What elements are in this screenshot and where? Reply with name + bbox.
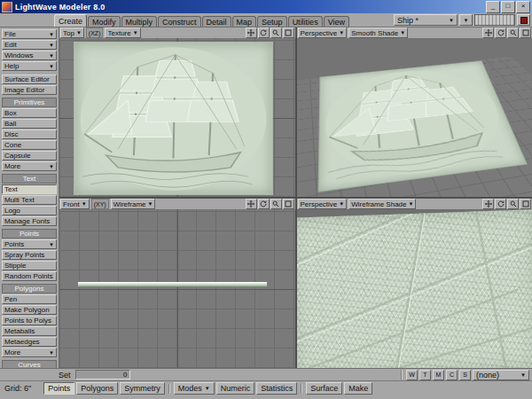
minimize-button[interactable]: _ bbox=[486, 1, 500, 13]
vmap-texture-button[interactable]: T bbox=[419, 370, 431, 380]
tool-text[interactable]: Text bbox=[2, 184, 57, 194]
tab-construct[interactable]: Construct bbox=[158, 16, 201, 27]
render-mode-dropdown[interactable]: Wireframe▼ bbox=[111, 199, 156, 209]
tool-disc[interactable]: Disc bbox=[2, 129, 57, 139]
maximize-viewport-button[interactable] bbox=[520, 199, 531, 209]
render-mode-dropdown[interactable]: Texture▼ bbox=[105, 27, 140, 38]
viewport-front-canvas[interactable] bbox=[59, 209, 295, 368]
tool-metaedges[interactable]: Metaedges bbox=[2, 337, 57, 347]
vmap-selector-dropdown[interactable]: (none) ▼ bbox=[473, 370, 529, 380]
chevron-down-icon: ▼ bbox=[205, 386, 210, 391]
zoom-button[interactable] bbox=[270, 199, 282, 209]
maximize-viewport-button[interactable] bbox=[283, 199, 294, 209]
make-button[interactable]: Make bbox=[344, 382, 372, 395]
maximize-icon bbox=[285, 29, 292, 36]
view-type-dropdown[interactable]: Perspective▼ bbox=[298, 27, 348, 38]
sidebar-menu-windows[interactable]: Windows▼ bbox=[2, 51, 57, 60]
primitives-more-button[interactable]: More▼ bbox=[2, 161, 57, 171]
modes-dropdown[interactable]: Modes▼ bbox=[174, 382, 215, 395]
vmap-selection-button[interactable]: S bbox=[459, 370, 471, 380]
viewport-tools bbox=[482, 27, 531, 38]
chevron-down-icon: ▼ bbox=[49, 53, 54, 59]
object-selector[interactable]: Ship * ▼ bbox=[394, 14, 458, 26]
viewport-tools bbox=[482, 199, 531, 209]
tool-points-to-polys[interactable]: Points to Polys bbox=[2, 316, 57, 325]
view-type-dropdown[interactable]: Top▼ bbox=[60, 27, 84, 38]
pan-button[interactable] bbox=[482, 199, 494, 209]
tool-label: Manage Fonts bbox=[4, 217, 50, 225]
maximize-button[interactable]: □ bbox=[501, 1, 515, 13]
sidebar-menu-help[interactable]: Help▼ bbox=[2, 61, 57, 71]
zoom-button[interactable] bbox=[507, 27, 519, 38]
layer-flag-button[interactable] bbox=[517, 14, 530, 26]
rotate-button[interactable] bbox=[495, 199, 506, 209]
symmetry-toggle-button[interactable]: Symmetry bbox=[120, 382, 165, 395]
viewport-perspective-header: Perspective▼ Smooth Shade▼ bbox=[297, 27, 532, 38]
points-mode-button[interactable]: Points bbox=[43, 382, 74, 395]
layer-menu-button[interactable]: ▼ bbox=[459, 14, 473, 26]
render-mode-label: Wireframe Shade bbox=[351, 200, 406, 208]
rotate-button[interactable] bbox=[258, 199, 270, 209]
pan-button[interactable] bbox=[246, 27, 257, 38]
tab-setup[interactable]: Setup bbox=[257, 16, 287, 27]
polygons-more-button[interactable]: More▼ bbox=[2, 348, 57, 357]
vmap-morph-button[interactable]: M bbox=[433, 370, 444, 380]
tool-random-points[interactable]: Random Points bbox=[2, 271, 57, 281]
tab-utilities[interactable]: Utilities bbox=[288, 16, 323, 27]
surface-editor-button[interactable]: Surface Editor bbox=[2, 74, 57, 84]
tool-cone[interactable]: Cone bbox=[2, 140, 57, 150]
tab-view[interactable]: View bbox=[324, 16, 349, 27]
image-editor-button[interactable]: Image Editor bbox=[2, 85, 57, 95]
tool-stipple[interactable]: Stipple bbox=[2, 261, 57, 270]
tab-map[interactable]: Map bbox=[232, 16, 257, 27]
tab-modify[interactable]: Modify bbox=[88, 16, 121, 27]
tool-box[interactable]: Box bbox=[2, 108, 57, 118]
tool-metaballs[interactable]: Metaballs bbox=[2, 326, 57, 336]
close-button[interactable]: × bbox=[516, 1, 530, 13]
layer-bank[interactable] bbox=[474, 14, 515, 26]
sidebar-menu-file[interactable]: File▼ bbox=[2, 29, 57, 39]
pan-button[interactable] bbox=[246, 199, 257, 209]
maximize-icon bbox=[285, 200, 292, 207]
tab-detail[interactable]: Detail bbox=[202, 16, 231, 27]
tool-make-polygon[interactable]: Make Polygon bbox=[2, 305, 57, 315]
sidebar-menu-edit[interactable]: Edit▼ bbox=[2, 40, 57, 50]
lightwave-modeler-window: LightWave Modeler 8.0 _ □ × Create Modif… bbox=[0, 0, 532, 399]
viewport-perspective-canvas[interactable] bbox=[297, 38, 532, 197]
zoom-button[interactable] bbox=[270, 27, 282, 38]
tool-pen[interactable]: Pen bbox=[2, 294, 57, 304]
numeric-panel-button[interactable]: Numeric bbox=[216, 382, 255, 395]
render-mode-dropdown[interactable]: Smooth Shade▼ bbox=[348, 27, 408, 38]
tool-spray-points[interactable]: Spray Points bbox=[2, 250, 57, 260]
chevron-down-icon: ▼ bbox=[400, 30, 405, 35]
rotate-button[interactable] bbox=[258, 27, 270, 38]
chevron-down-icon: ▼ bbox=[520, 372, 526, 378]
maximize-viewport-button[interactable] bbox=[520, 27, 531, 38]
view-type-dropdown[interactable]: Front▼ bbox=[60, 199, 90, 209]
object-name-label: Ship * bbox=[397, 16, 419, 25]
viewport-top-canvas[interactable] bbox=[59, 38, 295, 197]
view-type-dropdown[interactable]: Perspective▼ bbox=[298, 199, 348, 209]
maximize-viewport-button[interactable] bbox=[283, 27, 294, 38]
render-mode-dropdown[interactable]: Wireframe Shade▼ bbox=[348, 199, 416, 209]
tool-points[interactable]: Points▼ bbox=[2, 239, 57, 249]
pan-button[interactable] bbox=[482, 27, 494, 38]
statistics-panel-button[interactable]: Statistics bbox=[256, 382, 297, 395]
surface-button[interactable]: Surface bbox=[306, 382, 342, 395]
tool-ball[interactable]: Ball bbox=[2, 119, 57, 129]
maximize-icon bbox=[522, 200, 529, 207]
tab-multiply[interactable]: Multiply bbox=[121, 16, 158, 27]
manage-fonts-button[interactable]: Manage Fonts bbox=[2, 216, 57, 226]
rotate-button[interactable] bbox=[495, 27, 506, 38]
tool-capsule[interactable]: Capsule bbox=[2, 151, 57, 160]
vmap-weight-button[interactable]: W bbox=[406, 370, 418, 380]
main-content: File▼ Edit▼ Windows▼ Help▼ Surface Edito… bbox=[0, 27, 532, 368]
tool-label: Points bbox=[4, 240, 24, 248]
zoom-button[interactable] bbox=[507, 199, 519, 209]
tool-logo[interactable]: Logo bbox=[2, 206, 57, 215]
viewport-perspective-2-canvas[interactable] bbox=[297, 209, 532, 368]
vmap-color-button[interactable]: C bbox=[446, 370, 458, 380]
tab-create[interactable]: Create bbox=[54, 14, 87, 27]
polygons-mode-button[interactable]: Polygons bbox=[76, 382, 118, 395]
tool-multi-text[interactable]: Multi Text bbox=[2, 195, 57, 205]
